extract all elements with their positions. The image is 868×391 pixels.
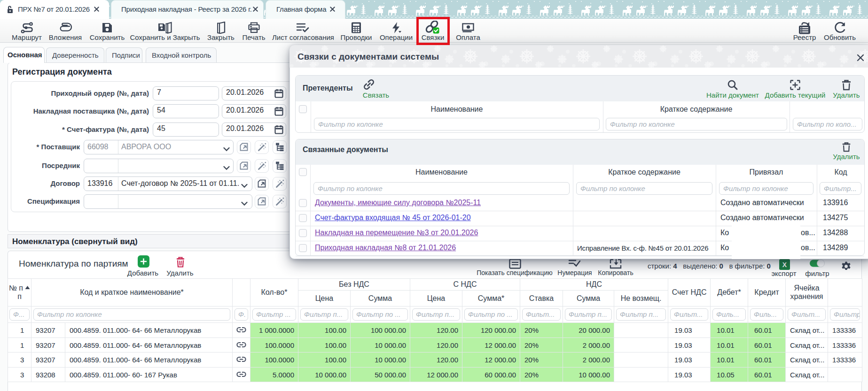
svg-text:X: X	[782, 261, 787, 268]
